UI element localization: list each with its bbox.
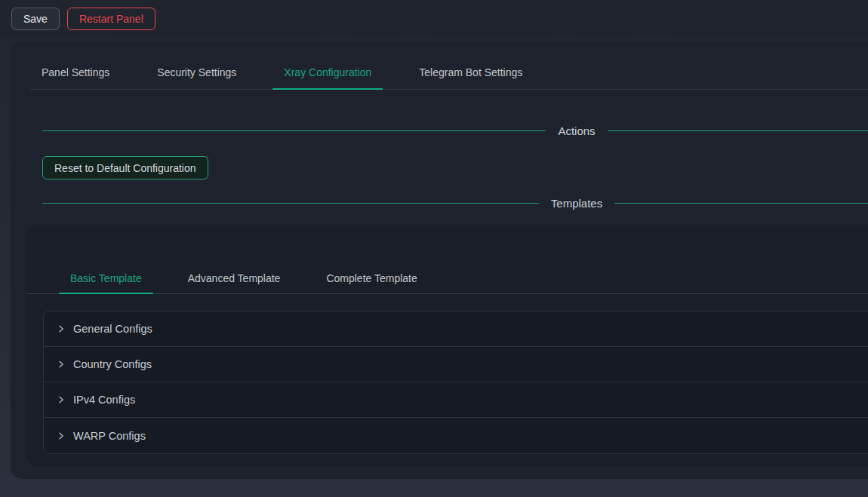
templates-card: Basic Template Advanced Template Complet… bbox=[26, 225, 868, 466]
collapse-label: WARP Configs bbox=[73, 430, 146, 442]
settings-card: Panel Settings Security Settings Xray Co… bbox=[11, 41, 868, 479]
actions-divider-label: Actions bbox=[558, 123, 595, 139]
tab-panel-settings[interactable]: Panel Settings bbox=[30, 41, 121, 89]
tab-security-settings[interactable]: Security Settings bbox=[146, 41, 248, 89]
templates-divider-label: Templates bbox=[551, 195, 602, 211]
save-button[interactable]: Save bbox=[11, 8, 60, 30]
collapse-general-configs[interactable]: General Configs bbox=[44, 311, 868, 347]
tab-complete-template[interactable]: Complete Template bbox=[315, 262, 428, 293]
collapse-warp-configs[interactable]: WARP Configs bbox=[44, 418, 868, 453]
template-tab-bar: Basic Template Advanced Template Complet… bbox=[26, 225, 868, 294]
settings-tab-bar: Panel Settings Security Settings Xray Co… bbox=[30, 41, 868, 90]
templates-divider: Templates bbox=[42, 195, 868, 211]
config-collapse-group: General Configs Country Configs IPv4 Con… bbox=[43, 311, 868, 454]
collapse-country-configs[interactable]: Country Configs bbox=[44, 347, 868, 382]
chevron-right-icon bbox=[57, 324, 66, 333]
chevron-right-icon bbox=[57, 360, 66, 369]
collapse-label: General Configs bbox=[73, 323, 152, 335]
restart-panel-button[interactable]: Restart Panel bbox=[67, 8, 155, 30]
chevron-right-icon bbox=[57, 395, 66, 404]
actions-divider: Actions bbox=[42, 123, 868, 139]
reset-default-config-button[interactable]: Reset to Default Configuration bbox=[42, 156, 208, 179]
tab-advanced-template[interactable]: Advanced Template bbox=[177, 262, 292, 293]
collapse-ipv4-configs[interactable]: IPv4 Configs bbox=[44, 382, 868, 418]
tab-xray-configuration[interactable]: Xray Configuration bbox=[272, 41, 383, 89]
chevron-right-icon bbox=[57, 431, 66, 440]
tab-telegram-bot-settings[interactable]: Telegram Bot Settings bbox=[408, 41, 534, 89]
collapse-label: Country Configs bbox=[73, 358, 152, 370]
collapse-label: IPv4 Configs bbox=[73, 394, 135, 406]
tab-basic-template[interactable]: Basic Template bbox=[59, 262, 153, 293]
topbar: Save Restart Panel bbox=[0, 0, 868, 38]
